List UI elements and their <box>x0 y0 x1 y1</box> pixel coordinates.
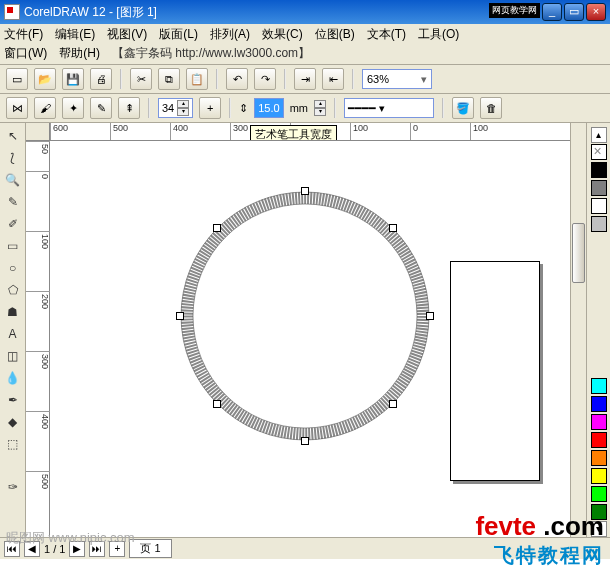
menu-arrange[interactable]: 排列(A) <box>210 26 250 43</box>
zoom-value: 63% <box>367 73 389 85</box>
stroke-preview[interactable]: ━━━━ ▾ <box>344 98 434 118</box>
separator <box>120 69 122 89</box>
color-swatch[interactable] <box>591 414 607 430</box>
bucket-icon[interactable]: 🪣 <box>452 97 474 119</box>
minimize-button[interactable]: _ <box>542 3 562 21</box>
cut-button[interactable]: ✂ <box>130 68 152 90</box>
color-swatch[interactable] <box>591 378 607 394</box>
freehand-tool[interactable]: ✎ <box>2 191 24 212</box>
color-swatch[interactable] <box>591 162 607 178</box>
freehand-smoothing[interactable]: 34 ▴▾ <box>158 98 193 118</box>
node-handle[interactable] <box>389 224 397 232</box>
menu-layout[interactable]: 版面(L) <box>159 26 198 43</box>
zoom-tool[interactable]: 🔍 <box>2 169 24 190</box>
artistic-circle-object[interactable] <box>180 191 430 441</box>
tooltip: 艺术笔工具宽度 <box>250 125 337 141</box>
color-swatch[interactable] <box>591 216 607 232</box>
color-swatch[interactable] <box>591 468 607 484</box>
fill-tool[interactable]: ◆ <box>2 411 24 432</box>
page-tab[interactable]: 页 1 <box>129 539 171 558</box>
redo-button[interactable]: ↷ <box>254 68 276 90</box>
maximize-button[interactable]: ▭ <box>564 3 584 21</box>
color-swatch[interactable] <box>591 198 607 214</box>
window-title: CorelDRAW 12 - [图形 1] <box>24 4 157 21</box>
delete-icon[interactable]: 🗑 <box>480 97 502 119</box>
close-button[interactable]: × <box>586 3 606 21</box>
ruler-tick: 50 <box>26 141 50 154</box>
menu-effects[interactable]: 效果(C) <box>262 26 303 43</box>
text-tool[interactable]: A <box>2 323 24 344</box>
eyedropper-tool[interactable]: 💧 <box>2 367 24 388</box>
pick-tool[interactable]: ↖ <box>2 125 24 146</box>
spin-down[interactable]: ▾ <box>314 108 326 116</box>
no-color-swatch[interactable] <box>591 144 607 160</box>
plus-icon[interactable]: + <box>199 97 221 119</box>
save-button[interactable]: 💾 <box>62 68 84 90</box>
ellipse-tool[interactable]: ○ <box>2 257 24 278</box>
width-icon: ⇕ <box>239 102 248 115</box>
node-handle[interactable] <box>426 312 434 320</box>
calligraphic-icon[interactable]: ✎ <box>90 97 112 119</box>
export-button[interactable]: ⇤ <box>322 68 344 90</box>
menu-window[interactable]: 窗口(W) <box>4 45 47 62</box>
open-button[interactable]: 📂 <box>34 68 56 90</box>
interactive-fill-tool[interactable]: ⬚ <box>2 433 24 454</box>
artistic-width-field[interactable]: 15.0 <box>254 98 283 118</box>
rectangle-tool[interactable]: ▭ <box>2 235 24 256</box>
vertical-scrollbar[interactable] <box>570 123 586 537</box>
print-button[interactable]: 🖨 <box>90 68 112 90</box>
ruler-tick: 100 <box>26 231 50 249</box>
spin-up[interactable]: ▴ <box>177 100 189 108</box>
node-handle[interactable] <box>213 400 221 408</box>
menu-file[interactable]: 文件(F) <box>4 26 43 43</box>
separator <box>216 69 218 89</box>
canvas[interactable] <box>50 141 570 537</box>
outline-tool[interactable]: ✒ <box>2 389 24 410</box>
ruler-vertical[interactable]: 50 0 100 200 300 400 500 <box>26 141 50 537</box>
scrollbar-thumb[interactable] <box>572 223 585 283</box>
new-button[interactable]: ▭ <box>6 68 28 90</box>
ruler-tick: 0 <box>26 171 50 179</box>
import-button[interactable]: ⇥ <box>294 68 316 90</box>
node-handle[interactable] <box>389 400 397 408</box>
separator <box>284 69 286 89</box>
corner-badge: 网页教学网 <box>489 3 540 18</box>
color-swatch[interactable] <box>591 450 607 466</box>
preset-icon[interactable]: ⋈ <box>6 97 28 119</box>
paste-button[interactable]: 📋 <box>186 68 208 90</box>
zoom-level[interactable]: 63% ▾ <box>362 69 432 89</box>
menu-bitmap[interactable]: 位图(B) <box>315 26 355 43</box>
spray-icon[interactable]: ✦ <box>62 97 84 119</box>
color-swatch[interactable] <box>591 486 607 502</box>
ruler-horizontal[interactable]: 600 500 400 300 200 100 0 100 艺术笔工具宽度 <box>50 123 570 141</box>
node-handle[interactable] <box>301 437 309 445</box>
node-handle[interactable] <box>176 312 184 320</box>
polygon-tool[interactable]: ⬠ <box>2 279 24 300</box>
brush-icon[interactable]: 🖌 <box>34 97 56 119</box>
menu-text[interactable]: 文本(T) <box>367 26 406 43</box>
color-swatch[interactable] <box>591 180 607 196</box>
freehand-value: 34 <box>162 102 174 114</box>
menu-edit[interactable]: 编辑(E) <box>55 26 95 43</box>
pressure-icon[interactable]: ⇞ <box>118 97 140 119</box>
palette-up[interactable]: ▴ <box>591 127 607 143</box>
menu-view[interactable]: 视图(V) <box>107 26 147 43</box>
node-handle[interactable] <box>301 187 309 195</box>
blend-tool[interactable]: ◫ <box>2 345 24 366</box>
color-swatch[interactable] <box>591 396 607 412</box>
pen-tool[interactable]: ✑ <box>2 476 24 497</box>
spin-down[interactable]: ▾ <box>177 108 189 116</box>
spin-up[interactable]: ▴ <box>314 100 326 108</box>
color-swatch[interactable] <box>591 432 607 448</box>
work-area: ↖ ⟅ 🔍 ✎ ✐ ▭ ○ ⬠ ☗ A ◫ 💧 ✒ ◆ ⬚ ✑ 600 500 … <box>0 123 610 537</box>
smart-draw-tool[interactable]: ✐ <box>2 213 24 234</box>
node-handle[interactable] <box>213 224 221 232</box>
menu-tools[interactable]: 工具(O) <box>418 26 459 43</box>
menu-help[interactable]: 帮助(H) <box>59 45 100 62</box>
undo-button[interactable]: ↶ <box>226 68 248 90</box>
ruler-tick: 100 <box>470 123 488 141</box>
property-bar: ⋈ 🖌 ✦ ✎ ⇞ 34 ▴▾ + ⇕ 15.0 mm ▴▾ ━━━━ ▾ 🪣 … <box>0 94 610 123</box>
copy-button[interactable]: ⧉ <box>158 68 180 90</box>
shape-tool[interactable]: ⟅ <box>2 147 24 168</box>
basic-shapes-tool[interactable]: ☗ <box>2 301 24 322</box>
